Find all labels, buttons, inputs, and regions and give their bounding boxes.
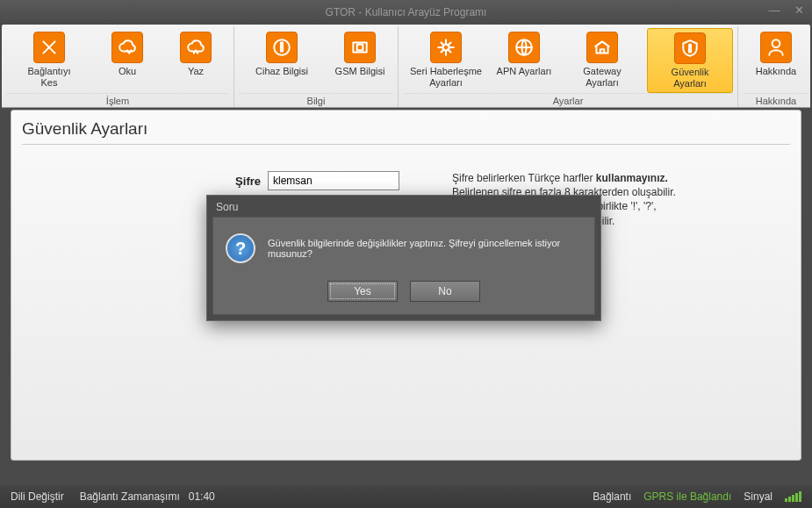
dialog-message: Güvenlik bilgilerinde değişiklikler yapt…: [268, 238, 582, 259]
ribbon-item-label: Cihaz Bilgisi: [255, 66, 308, 77]
ribbon-about-button[interactable]: Hakkında: [743, 28, 809, 93]
confirm-dialog: Soru ? Güvenlik bilgilerinde değişiklikl…: [206, 195, 601, 321]
ribbon-item-label: Bağlantıyı Kes: [28, 66, 71, 88]
ribbon-item-label: Oku: [119, 66, 136, 77]
password-input[interactable]: [268, 171, 399, 190]
signal-label: Sinyal: [744, 490, 772, 503]
statusbar: Dili Değiştir Bağlantı Zamanaşımı 01:40 …: [0, 485, 812, 508]
sim-icon: [344, 32, 376, 63]
change-language-link[interactable]: Dili Değiştir: [11, 490, 64, 503]
about-icon: [760, 32, 792, 63]
titlebar: GTOR - Kullanıcı Arayüz Programı — ✕: [0, 0, 812, 25]
page-title: Güvenlik Ayarları: [22, 119, 790, 139]
ribbon-gateway-button[interactable]: Gateway Ayarları: [559, 28, 645, 93]
cloud-up-icon: [180, 32, 212, 63]
minimize-button[interactable]: —: [766, 4, 782, 18]
ribbon-item-label: Seri Haberleşme Ayarları: [410, 66, 482, 88]
ribbon-group: Seri Haberleşme Ayarları APN Ayarları Ga…: [399, 26, 738, 107]
ribbon-group: Bağlantıyı Kes Oku Yazİşlem: [2, 26, 234, 107]
ribbon-toolbar: Bağlantıyı Kes Oku Yazİşlem Cihaz Bilgis…: [2, 25, 810, 108]
ribbon-item-label: Yaz: [188, 66, 204, 77]
separator: [22, 144, 790, 145]
ribbon-group-label: Bilgi: [239, 93, 393, 107]
ribbon-group-label: Hakkında: [743, 93, 809, 107]
info-icon: [266, 32, 298, 63]
ribbon-item-label: Güvenlik Ayarları: [672, 67, 709, 89]
globe-icon: [508, 32, 540, 63]
gateway-icon: [586, 32, 618, 63]
ribbon-read-button[interactable]: Oku: [94, 28, 161, 93]
ribbon-item-label: APN Ayarları: [497, 66, 552, 77]
ribbon-device-info-button[interactable]: Cihaz Bilgisi: [239, 28, 325, 93]
ribbon-disconnect-button[interactable]: Bağlantıyı Kes: [6, 28, 92, 93]
ribbon-security-button[interactable]: Güvenlik Ayarları: [647, 28, 733, 93]
ribbon-serial-button[interactable]: Seri Haberleşme Ayarları: [403, 28, 489, 93]
signal-icon: [785, 491, 801, 502]
connection-status: GPRS ile Bağlandı: [643, 490, 731, 503]
ribbon-write-button[interactable]: Yaz: [162, 28, 229, 93]
serial-icon: [430, 32, 462, 63]
password-label: Şifre: [180, 175, 268, 188]
password-row: Şifre: [180, 171, 399, 190]
no-button[interactable]: No: [410, 281, 480, 302]
yes-button[interactable]: Yes: [327, 281, 398, 302]
ribbon-item-label: Hakkında: [756, 66, 796, 77]
ribbon-item-label: Gateway Ayarları: [583, 66, 621, 88]
dialog-title: Soru: [207, 196, 600, 217]
ribbon-gsm-info-button[interactable]: GSM Bilgisi: [327, 28, 393, 93]
ribbon-group: HakkındaHakkında: [738, 26, 812, 107]
cloud-down-icon: [111, 32, 143, 63]
shield-icon: [674, 32, 706, 64]
ribbon-item-label: GSM Bilgisi: [335, 66, 385, 77]
connection-label: Bağlantı: [593, 490, 631, 503]
close-window-button[interactable]: ✕: [791, 4, 807, 18]
question-icon: ?: [226, 233, 255, 263]
ribbon-group: Cihaz Bilgisi GSM BilgisiBilgi: [234, 26, 399, 107]
window-title: GTOR - Kullanıcı Arayüz Programı: [326, 6, 487, 18]
ribbon-group-label: İşlem: [6, 93, 229, 107]
ribbon-group-label: Ayarlar: [403, 93, 733, 107]
timeout: Bağlantı Zamanaşımı 01:40: [80, 490, 215, 503]
ribbon-apn-button[interactable]: APN Ayarları: [491, 28, 557, 93]
close-icon: [33, 32, 65, 63]
